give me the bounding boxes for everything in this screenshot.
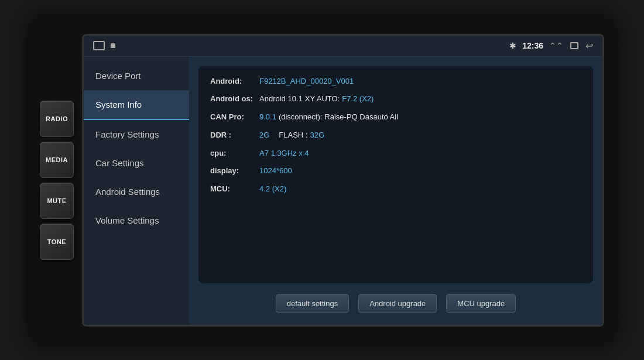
android-os-value: Android 10.1 — [259, 93, 303, 105]
default-settings-button[interactable]: default settings — [276, 294, 349, 313]
display-row: display: 1024*600 — [210, 165, 581, 177]
cpu-label: cpu: — [210, 148, 257, 160]
display-label: display: — [210, 165, 257, 177]
can-pro-value: 9.0.1 — [259, 111, 276, 124]
android-upgrade-button[interactable]: Android upgrade — [358, 294, 437, 313]
status-left — [93, 41, 115, 50]
xy-auto-value: F7.2 (X2) — [342, 93, 374, 105]
ddr-label: DDR : — [210, 129, 257, 142]
window-icon — [570, 42, 578, 49]
nav-menu: Device Port System Info Factory Settings… — [84, 57, 189, 325]
status-right: ✱ 12:36 ⌃⌃ ↩ — [509, 40, 593, 52]
side-button-group: RADIO MEDIA MUTE TONE — [40, 101, 74, 260]
nav-item-system-info[interactable]: System Info — [84, 90, 189, 120]
android-os-label: Android os: — [210, 93, 257, 105]
android-os-row: Android os: Android 10.1 XY AUTO: F7.2 (… — [210, 93, 581, 105]
radio-button[interactable]: RADIO — [40, 101, 74, 137]
can-pro-row: CAN Pro: 9.0.1 (disconnect): Raise-PQ Da… — [210, 111, 581, 124]
android-row: Android: F9212B_AHD_00020_V001 — [210, 76, 581, 88]
nav-item-factory-settings[interactable]: Factory Settings — [84, 120, 189, 149]
tone-button[interactable]: TONE — [40, 224, 74, 260]
mcu-row: MCU: 4.2 (X2) — [210, 183, 581, 196]
nav-item-car-settings[interactable]: Car Settings — [84, 149, 189, 177]
bluetooth-icon: ✱ — [509, 41, 516, 50]
nav-icons: ⌃⌃ ↩ — [549, 40, 593, 52]
content-panel: Android: F9212B_AHD_00020_V001 Android o… — [189, 57, 602, 325]
can-pro-label: CAN Pro: — [210, 111, 257, 124]
back-icon: ↩ — [585, 40, 593, 52]
status-bar: ✱ 12:36 ⌃⌃ ↩ — [84, 36, 602, 57]
flash-label: FLASH : — [279, 129, 307, 142]
device-frame: RADIO MEDIA MUTE TONE ✱ 12:36 ⌃⌃ ↩ — [29, 16, 615, 344]
ddr-flash-row: DDR : 2G FLASH : 32G — [210, 129, 581, 142]
display-value: 1024*600 — [259, 165, 292, 177]
square-icon — [111, 43, 115, 48]
screen: ✱ 12:36 ⌃⌃ ↩ Device Port System Info Fac… — [84, 36, 602, 325]
can-pro-value-group: 9.0.1 (disconnect): Raise-PQ Dasauto All — [259, 111, 398, 124]
mcu-upgrade-button[interactable]: MCU upgrade — [446, 294, 516, 313]
can-pro-status: (disconnect): — [279, 111, 322, 124]
nav-item-device-port[interactable]: Device Port — [84, 61, 189, 90]
can-pro-extra: Raise-PQ Dasauto All — [324, 111, 398, 124]
expand-icon: ⌃⌃ — [549, 41, 563, 50]
mute-button[interactable]: MUTE — [40, 183, 74, 219]
mcu-value: 4.2 (X2) — [259, 183, 286, 196]
android-value: F9212B_AHD_00020_V001 — [259, 76, 354, 88]
main-content: Device Port System Info Factory Settings… — [84, 57, 602, 325]
system-info-box: Android: F9212B_AHD_00020_V001 Android o… — [198, 66, 593, 283]
ddr-value: 2G — [259, 129, 269, 142]
cpu-row: cpu: A7 1.3GHz x 4 — [210, 148, 581, 160]
screen-bezel: ✱ 12:36 ⌃⌃ ↩ Device Port System Info Fac… — [82, 34, 604, 327]
android-os-value-group: Android 10.1 XY AUTO: F7.2 (X2) — [259, 93, 374, 105]
flash-value: 32G — [310, 129, 324, 142]
xy-auto-label: XY AUTO: — [305, 93, 340, 105]
nav-item-android-settings[interactable]: Android Settings — [84, 177, 189, 206]
home-icon — [93, 41, 105, 50]
android-label: Android: — [210, 76, 257, 88]
time-display: 12:36 — [522, 41, 543, 50]
action-buttons: default settings Android upgrade MCU upg… — [198, 289, 593, 316]
nav-item-volume-settings[interactable]: Volume Settings — [84, 206, 189, 235]
media-button[interactable]: MEDIA — [40, 142, 74, 178]
mcu-label: MCU: — [210, 183, 257, 196]
cpu-value: A7 1.3GHz x 4 — [259, 148, 309, 160]
ddr-value-group: 2G FLASH : 32G — [259, 129, 324, 142]
